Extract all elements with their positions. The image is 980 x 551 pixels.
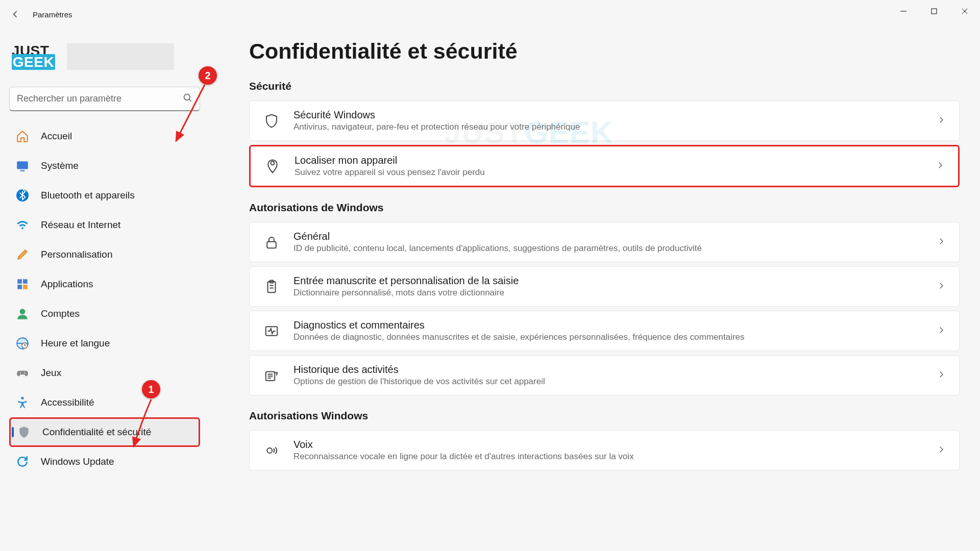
gamepad-icon xyxy=(15,366,30,380)
search-wrap xyxy=(9,87,200,111)
card-title: Localiser mon appareil xyxy=(295,155,922,166)
sidebar-item-system[interactable]: Système xyxy=(9,151,200,181)
account-header[interactable]: JUST GEEK xyxy=(9,39,200,74)
svg-rect-1 xyxy=(932,9,937,14)
card-desc: Antivirus, navigateur, pare-feu et prote… xyxy=(293,122,923,132)
sidebar-item-label: Jeux xyxy=(41,367,61,379)
annotation-badge-1: 1 xyxy=(142,380,160,398)
sidebar-item-label: Heure et langue xyxy=(41,338,110,349)
page-title: Confidentialité et sécurité xyxy=(249,39,960,64)
card-desc: Suivez votre appareil si vous pensez l'a… xyxy=(295,167,922,178)
svg-point-13 xyxy=(20,309,26,314)
svg-point-19 xyxy=(271,161,275,165)
svg-rect-12 xyxy=(23,285,28,289)
sidebar-item-label: Windows Update xyxy=(41,456,114,467)
card-desc: Reconnaissance vocale en ligne pour la d… xyxy=(293,452,923,462)
chevron-right-icon xyxy=(937,237,946,248)
system-icon xyxy=(15,159,30,173)
svg-rect-9 xyxy=(17,279,22,284)
chevron-right-icon xyxy=(937,281,946,292)
sidebar-item-label: Système xyxy=(41,160,79,171)
section-header-windows-permissions: Autorisations de Windows xyxy=(249,202,960,214)
sidebar-item-home[interactable]: Accueil xyxy=(9,121,200,151)
section-header-security: Sécurité xyxy=(249,80,960,92)
sidebar: JUST GEEK Accueil Système Blu xyxy=(0,29,209,551)
card-find-my-device[interactable]: Localiser mon appareil Suivez votre appa… xyxy=(249,145,960,187)
card-title: Entrée manuscrite et personnalisation de… xyxy=(293,275,923,287)
sidebar-item-bluetooth[interactable]: Bluetooth et appareils xyxy=(9,181,200,210)
sidebar-item-accessibility[interactable]: Accessibilité xyxy=(9,388,200,417)
sidebar-item-privacy[interactable]: Confidentialité et sécurité xyxy=(9,417,200,447)
sidebar-item-time[interactable]: Heure et langue xyxy=(9,329,200,358)
svg-rect-7 xyxy=(20,170,25,171)
svg-point-17 xyxy=(24,372,25,373)
sidebar-item-update[interactable]: Windows Update xyxy=(9,447,200,477)
section-header-windows-permissions-2: Autorisations Windows xyxy=(249,410,960,422)
shield-outline-icon xyxy=(263,112,280,130)
brush-icon xyxy=(15,247,30,262)
search-icon xyxy=(183,93,193,105)
svg-rect-11 xyxy=(17,285,22,289)
search-input[interactable] xyxy=(9,87,200,111)
card-title: Sécurité Windows xyxy=(293,109,923,121)
home-icon xyxy=(15,129,30,143)
svg-point-16 xyxy=(20,372,21,373)
card-desc: ID de publicité, contenu local, lancemen… xyxy=(293,243,923,254)
sidebar-item-label: Accueil xyxy=(41,131,72,142)
person-icon xyxy=(15,307,30,321)
back-button[interactable] xyxy=(4,3,27,26)
sidebar-item-label: Accessibilité xyxy=(41,397,94,408)
sidebar-item-network[interactable]: Réseau et Internet xyxy=(9,210,200,240)
close-button[interactable] xyxy=(949,0,980,22)
sidebar-item-label: Comptes xyxy=(41,308,80,319)
svg-rect-20 xyxy=(267,241,276,248)
svg-rect-10 xyxy=(23,279,28,284)
card-title: Général xyxy=(293,231,923,242)
svg-point-4 xyxy=(184,94,190,101)
card-diagnostics[interactable]: Diagnostics et commentaires Données de d… xyxy=(249,311,960,351)
card-general[interactable]: Général ID de publicité, contenu local, … xyxy=(249,222,960,262)
sidebar-item-accounts[interactable]: Comptes xyxy=(9,299,200,329)
card-title: Diagnostics et commentaires xyxy=(293,319,923,331)
sidebar-item-personalization[interactable]: Personnalisation xyxy=(9,240,200,269)
accessibility-icon xyxy=(15,395,30,410)
globe-clock-icon xyxy=(15,336,30,350)
voice-icon xyxy=(263,442,280,459)
minimize-icon xyxy=(900,8,907,15)
lock-icon xyxy=(263,234,280,251)
maximize-button[interactable] xyxy=(919,0,949,22)
sidebar-item-apps[interactable]: Applications xyxy=(9,269,200,299)
svg-point-30 xyxy=(267,448,272,453)
sidebar-item-gaming[interactable]: Jeux xyxy=(9,358,200,388)
card-activity[interactable]: Historique des activités Options de gest… xyxy=(249,355,960,395)
sidebar-item-label: Réseau et Internet xyxy=(41,219,120,231)
chevron-right-icon xyxy=(936,161,945,172)
arrow-left-icon xyxy=(10,9,20,19)
sidebar-item-label: Bluetooth et appareils xyxy=(41,190,135,201)
window-controls xyxy=(888,0,980,22)
chevron-right-icon xyxy=(937,370,946,381)
main-content: Confidentialité et sécurité Sécurité Séc… xyxy=(209,29,980,551)
svg-rect-6 xyxy=(17,161,28,169)
card-title: Voix xyxy=(293,439,923,450)
update-icon xyxy=(15,455,30,469)
close-icon xyxy=(961,8,968,15)
history-icon xyxy=(263,367,280,384)
heartbeat-icon xyxy=(263,322,280,340)
card-inking[interactable]: Entrée manuscrite et personnalisation de… xyxy=(249,266,960,307)
titlebar: Paramètres xyxy=(0,0,980,29)
card-windows-security[interactable]: Sécurité Windows Antivirus, navigateur, … xyxy=(249,101,960,141)
clipboard-icon xyxy=(263,278,280,295)
location-person-icon xyxy=(264,158,281,175)
minimize-button[interactable] xyxy=(888,0,919,22)
card-desc: Dictionnaire personnalisé, mots dans vot… xyxy=(293,288,923,298)
app-title: Paramètres xyxy=(33,10,72,19)
maximize-icon xyxy=(930,8,938,15)
card-desc: Options de gestion de l'historique de vo… xyxy=(293,377,923,387)
card-voice[interactable]: Voix Reconnaissance vocale en ligne pour… xyxy=(249,430,960,470)
nav-list: Accueil Système Bluetooth et appareils R… xyxy=(9,121,200,477)
sidebar-item-label: Confidentialité et sécurité xyxy=(42,427,151,438)
bluetooth-icon xyxy=(15,188,30,203)
chevron-right-icon xyxy=(937,115,946,127)
sidebar-item-label: Personnalisation xyxy=(41,249,112,260)
